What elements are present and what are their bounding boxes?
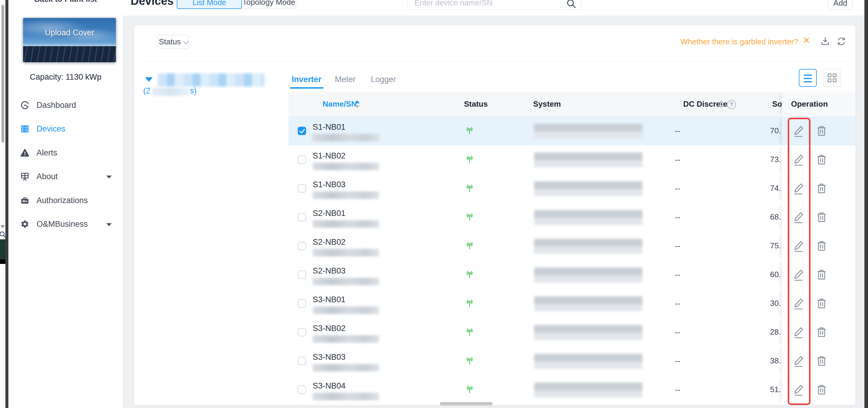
tab-logger[interactable]: Logger (371, 75, 396, 84)
right-dark-divider (864, 0, 868, 408)
list-view-icon (804, 74, 812, 85)
system-redacted (534, 325, 643, 340)
device-name[interactable]: S1-NB02 (313, 151, 346, 161)
dropdown-caret-icon[interactable] (1, 225, 5, 228)
delete-button[interactable] (814, 354, 829, 368)
sort-desc-icon[interactable] (719, 105, 724, 108)
horizontal-scrollbar[interactable] (440, 402, 493, 405)
table-row[interactable]: S3-NB04 -- 51. (288, 375, 856, 404)
dc-discrete-value: -- (675, 299, 680, 308)
garbled-inverter-notice[interactable]: Whether there is garbled inverter? (681, 37, 798, 46)
left-dark-divider (5, 0, 8, 408)
briefcase-key-icon (20, 196, 29, 205)
add-device-button[interactable]: Add (828, 0, 853, 10)
status-online-icon (465, 299, 474, 308)
cover-solar-panels (22, 45, 117, 63)
search-icon[interactable] (566, 0, 576, 9)
delete-button[interactable] (814, 296, 829, 311)
row-checkbox[interactable] (298, 357, 306, 365)
tab-inverter[interactable]: Inverter (292, 75, 321, 84)
row-checkbox[interactable] (298, 213, 306, 221)
sort-desc-icon[interactable] (355, 105, 360, 108)
sidebar-item-about[interactable]: About (8, 167, 123, 185)
row-checkbox[interactable] (298, 155, 306, 164)
device-name[interactable]: S1-NB03 (313, 180, 346, 189)
device-name[interactable]: S3-NB01 (313, 295, 346, 304)
sidebar-item-alerts[interactable]: Alerts (8, 144, 123, 162)
system-redacted (534, 210, 643, 225)
list-view-toggle[interactable] (799, 69, 817, 87)
about-panel-icon (20, 172, 29, 181)
delete-button[interactable] (814, 382, 829, 397)
plant-name-redacted[interactable] (158, 73, 265, 87)
col-dc-discrete[interactable]: DC Discrete (683, 92, 727, 117)
device-name[interactable]: S2-NB03 (313, 266, 346, 276)
row-checkbox[interactable] (298, 242, 306, 250)
delete-button[interactable] (814, 210, 829, 224)
device-sn-redacted (313, 278, 379, 285)
sidebar-item-om-business[interactable]: O&MBusiness (8, 215, 123, 233)
device-name[interactable]: S3-NB04 (313, 381, 346, 390)
sort-asc-icon[interactable] (719, 100, 724, 103)
device-sn-redacted (313, 163, 379, 170)
tab-meter[interactable]: Meter (335, 75, 355, 84)
status-filter-dropdown[interactable]: Status (158, 35, 189, 49)
system-redacted (534, 181, 643, 196)
upload-cover-label[interactable]: Upload Cover (23, 28, 116, 37)
device-name[interactable]: S3-NB02 (313, 324, 346, 333)
list-mode-button[interactable]: List Mode (177, 0, 242, 9)
col-status: Status (464, 92, 488, 117)
row-checkbox[interactable] (298, 127, 306, 135)
app-root: Back to Plant list Upload Cover Capacity… (0, 0, 868, 408)
help-circle-icon[interactable]: ? (727, 100, 736, 109)
device-sn-redacted (313, 249, 379, 256)
col-name-sn[interactable]: Name/SN (322, 92, 357, 117)
sort-asc-icon[interactable] (355, 100, 360, 103)
back-to-plant-list-link[interactable]: Back to Plant list (8, 0, 123, 4)
vertical-scrollbar[interactable] (1, 5, 4, 143)
row-checkbox[interactable] (298, 271, 306, 279)
row-checkbox[interactable] (298, 184, 306, 193)
system-redacted (534, 153, 643, 167)
row-checkbox[interactable] (298, 299, 306, 308)
sidebar-item-devices[interactable]: Devices (8, 120, 123, 138)
delete-button[interactable] (814, 153, 829, 167)
row-checkbox[interactable] (298, 385, 306, 394)
delete-button[interactable] (814, 325, 829, 339)
delete-button[interactable] (814, 181, 829, 196)
table-row[interactable]: S3-NB02 -- 28. (288, 318, 856, 347)
device-name[interactable]: S2-NB01 (313, 209, 346, 218)
sidebar-item-dashboard[interactable]: Dashboard (8, 96, 123, 114)
device-sn-redacted (313, 335, 379, 343)
device-sn-redacted (313, 134, 379, 142)
sidebar-item-authorizations[interactable]: Authorizations (8, 191, 123, 210)
row-checkbox[interactable] (298, 328, 306, 336)
status-online-icon (465, 184, 474, 193)
tree-expand-caret[interactable] (145, 77, 153, 82)
delete-button[interactable] (814, 124, 829, 138)
table-row[interactable]: S3-NB03 -- 38. (288, 347, 856, 376)
topology-mode-button[interactable]: Topology Mode (241, 0, 296, 9)
capacity-label: Capacity: 1130 kWp (8, 72, 123, 82)
device-name[interactable]: S3-NB03 (313, 353, 346, 362)
plant-cover-image[interactable]: Upload Cover (22, 17, 117, 63)
delete-button[interactable] (814, 239, 829, 253)
close-icon[interactable]: ✕ (803, 36, 810, 45)
refresh-icon[interactable] (836, 36, 846, 47)
download-icon[interactable] (820, 36, 830, 47)
system-redacted (534, 382, 643, 398)
teal-artifact-block (0, 239, 5, 259)
sidebar-item-label: Authorizations (36, 191, 88, 210)
delete-button[interactable] (814, 268, 829, 282)
device-name[interactable]: S1-NB01 (313, 123, 346, 132)
device-search-input[interactable]: Enter device name/SN (407, 0, 581, 10)
grid-view-toggle[interactable] (823, 69, 841, 87)
device-name[interactable]: S2-NB02 (313, 238, 346, 247)
table-row[interactable]: S3-NB01 -- 30. (288, 289, 856, 318)
table-row[interactable]: S2-NB03 -- 60. (288, 260, 856, 289)
table-row[interactable]: S1-NB01 -- 70. (288, 117, 856, 146)
table-row[interactable]: S2-NB02 -- 75. (288, 231, 856, 261)
table-row[interactable]: S1-NB02 -- 73. (288, 145, 856, 174)
table-row[interactable]: S2-NB01 -- 68. (288, 203, 856, 232)
table-row[interactable]: S1-NB03 -- 74. (288, 174, 856, 203)
